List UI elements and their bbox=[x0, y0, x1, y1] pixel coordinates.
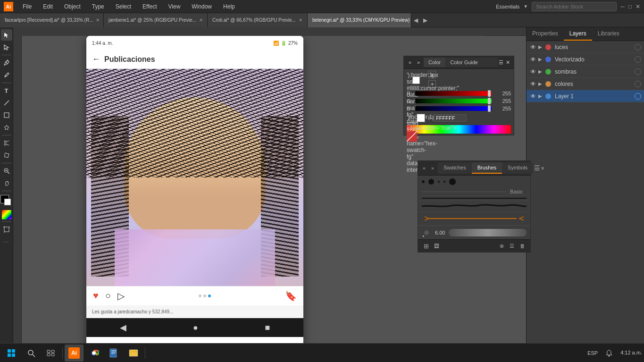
layer-visibility-luces[interactable]: 👁 bbox=[529, 43, 537, 51]
layer-toggle-sombras[interactable] bbox=[635, 68, 641, 75]
taskbar-search[interactable] bbox=[22, 345, 41, 362]
taskbar-notifications[interactable] bbox=[600, 345, 619, 362]
brush-dot-2[interactable] bbox=[428, 179, 434, 185]
brushes-footer-options[interactable]: ☰ bbox=[508, 242, 516, 250]
brushes-tab-symbols[interactable]: Symbols bbox=[502, 162, 533, 174]
brush-line-2[interactable] bbox=[418, 201, 530, 212]
tool-pen[interactable] bbox=[1, 57, 12, 68]
brushes-panel-expand[interactable]: » bbox=[429, 165, 436, 171]
layer-toggle-vectorizado[interactable] bbox=[635, 56, 641, 63]
brush-dot-3[interactable] bbox=[438, 181, 440, 183]
channel-handle-g[interactable] bbox=[488, 98, 491, 104]
menu-window[interactable]: Window bbox=[190, 2, 214, 11]
tab-close-faceartpro[interactable]: ✕ bbox=[96, 17, 100, 23]
channel-slider-r[interactable] bbox=[415, 91, 492, 96]
tool-type[interactable]: T bbox=[1, 85, 12, 96]
taskbar-explorer[interactable] bbox=[124, 345, 143, 362]
tab-jambene[interactable]: jambene1.ai* @ 25% (RGB/GPU Previe... ✕ bbox=[104, 13, 208, 27]
close-btn[interactable]: ✕ bbox=[636, 3, 640, 10]
layer-colores[interactable]: 👁 ▶ colores bbox=[527, 78, 644, 90]
layer-visibility-vectorizado[interactable]: 👁 bbox=[529, 56, 537, 63]
layer-expand-layer1[interactable]: ▶ bbox=[537, 93, 544, 100]
layer-visibility-layer1[interactable]: 👁 bbox=[529, 93, 537, 100]
brushes-tab-brushes[interactable]: Brushes bbox=[472, 162, 502, 174]
tool-hand[interactable] bbox=[1, 177, 12, 189]
brushes-footer-library[interactable]: ⊞ bbox=[422, 242, 430, 250]
menu-view[interactable]: View bbox=[167, 2, 183, 11]
menu-edit[interactable]: Edit bbox=[41, 2, 55, 11]
channel-slider-g[interactable] bbox=[415, 99, 492, 103]
menu-select[interactable]: Select bbox=[114, 2, 133, 11]
background-color[interactable] bbox=[4, 199, 11, 205]
stock-search-input[interactable] bbox=[532, 2, 617, 11]
tool-transform[interactable] bbox=[1, 150, 12, 161]
layer-toggle-colores[interactable] bbox=[635, 81, 641, 87]
workspace-label[interactable]: Essentials bbox=[496, 4, 519, 9]
channel-slider-b[interactable] bbox=[415, 106, 492, 111]
phone-comment-icon[interactable]: ○ bbox=[105, 290, 111, 302]
tab-faceartpro[interactable]: faceartpro [Recovered].ai* @ 33,33% (R..… bbox=[0, 13, 104, 27]
menu-type[interactable]: Type bbox=[90, 2, 106, 11]
color-panel-contract[interactable]: « bbox=[407, 59, 413, 66]
brushes-panel-menu[interactable]: ☰ bbox=[533, 165, 541, 171]
taskbar-chrome[interactable] bbox=[84, 345, 103, 362]
workspace-dropdown-icon[interactable]: ▼ bbox=[523, 4, 528, 9]
tool-line[interactable] bbox=[1, 97, 12, 109]
layer-visibility-sombras[interactable]: 👁 bbox=[529, 68, 537, 76]
tool-color-indicator[interactable] bbox=[2, 210, 11, 219]
taskbar-windows[interactable] bbox=[2, 345, 21, 362]
layer-expand-vectorizado[interactable]: ▶ bbox=[537, 56, 544, 63]
phone-nav-back[interactable]: ◀ bbox=[120, 322, 126, 333]
menu-file[interactable]: File bbox=[21, 2, 33, 11]
layer-vectorizado[interactable]: 👁 ▶ Vectorizado bbox=[527, 53, 644, 66]
tool-rect[interactable] bbox=[1, 109, 12, 121]
brushes-footer-new[interactable]: ⊕ bbox=[497, 242, 506, 250]
tab-croti[interactable]: Croti.ai* @ 66,67% (RGB/GPU Previe... ✕ bbox=[208, 13, 308, 27]
color-tab-color[interactable]: Color bbox=[424, 58, 445, 67]
tab-scroll-right[interactable]: ▶ bbox=[421, 13, 430, 27]
color-main-bg[interactable] bbox=[412, 76, 420, 84]
phone-save-icon[interactable]: 🔖 bbox=[285, 290, 297, 302]
brush-dot-1[interactable] bbox=[422, 180, 425, 183]
tab-close-jambene[interactable]: ✕ bbox=[199, 17, 203, 23]
taskbar-illustrator[interactable]: Ai bbox=[65, 345, 84, 362]
brush-dot-5[interactable] bbox=[449, 178, 456, 185]
phone-back-arrow[interactable]: ← bbox=[92, 54, 100, 64]
brush-line-1[interactable] bbox=[418, 196, 530, 201]
brushes-panel-contract[interactable]: « bbox=[421, 165, 427, 171]
restore-btn[interactable]: □ bbox=[628, 3, 632, 10]
layer-toggle-luces[interactable] bbox=[635, 44, 641, 51]
color-panel-close[interactable]: ✕ bbox=[504, 59, 511, 66]
taskbar-notepad[interactable] bbox=[104, 345, 123, 362]
channel-handle-b[interactable] bbox=[488, 105, 491, 112]
layer-layer1[interactable]: 👁 ▶ Layer 1 bbox=[527, 90, 644, 102]
tool-more[interactable]: ··· bbox=[1, 236, 12, 247]
tab-properties[interactable]: Properties bbox=[527, 27, 564, 41]
taskbar-taskview[interactable] bbox=[42, 345, 60, 362]
layer-toggle-layer1[interactable] bbox=[635, 93, 641, 100]
minimize-btn[interactable]: ─ bbox=[620, 3, 625, 10]
layer-luces[interactable]: 👁 ▶ luces bbox=[527, 41, 644, 53]
hex-input[interactable]: FFFFFF bbox=[434, 114, 467, 122]
phone-nav-square[interactable]: ■ bbox=[265, 323, 270, 333]
tab-belenegri[interactable]: belenegri.ai* @ 33,33% (CMYK/GPU Preview… bbox=[308, 13, 411, 27]
layer-visibility-colores[interactable]: 👁 bbox=[529, 80, 537, 88]
brushes-panel-close[interactable]: ✕ bbox=[541, 165, 544, 171]
tab-scroll-left[interactable]: ◀ bbox=[411, 13, 421, 27]
layer-expand-sombras[interactable]: ▶ bbox=[537, 68, 544, 75]
layer-expand-luces[interactable]: ▶ bbox=[537, 44, 544, 51]
color-panel-expand[interactable]: » bbox=[415, 59, 422, 66]
tab-layers[interactable]: Layers bbox=[564, 27, 592, 41]
tool-direct-select[interactable] bbox=[1, 42, 12, 53]
layer-sombras[interactable]: 👁 ▶ sombras bbox=[527, 66, 644, 78]
tab-close-croti[interactable]: ✕ bbox=[299, 17, 302, 23]
brush-line-orange[interactable] bbox=[418, 212, 530, 226]
tool-zoom[interactable] bbox=[1, 165, 12, 177]
tool-pencil[interactable] bbox=[1, 69, 12, 81]
phone-nav-home[interactable]: ● bbox=[193, 323, 198, 333]
menu-effect[interactable]: Effect bbox=[141, 2, 159, 11]
tool-scissors[interactable] bbox=[1, 137, 12, 149]
brushes-tab-swatches[interactable]: Swatches bbox=[438, 162, 472, 174]
tool-artboard[interactable] bbox=[1, 224, 12, 235]
tab-libraries[interactable]: Libraries bbox=[592, 27, 625, 41]
